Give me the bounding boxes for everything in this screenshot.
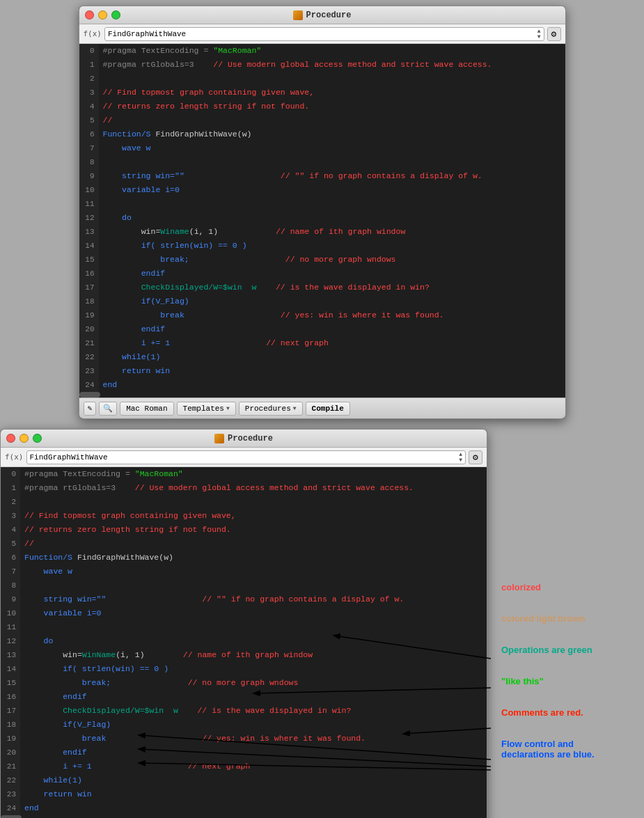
token: do [24, 636, 53, 645]
token: endif [24, 748, 87, 757]
bottom-window-wrapper: Procedure f(x) FindGraphWithWave ▲▼ ⚙ 0#… [0, 429, 644, 818]
search-icon: 🔍 [103, 404, 113, 413]
function-select[interactable]: FindGraphWithWave ▲▼ [104, 27, 544, 41]
token: #pragma TextEncoding = [103, 46, 214, 55]
token: // Find topmost graph containing given w… [103, 88, 315, 97]
token: string win="" [24, 595, 106, 604]
code-line: 16 endif [79, 267, 565, 281]
line-number: 8 [79, 155, 99, 169]
token: // is the wave displayed in win? [256, 283, 429, 292]
line-number: 15 [79, 253, 99, 267]
line-number: 10 [79, 183, 99, 197]
window-controls-top[interactable] [85, 10, 120, 19]
token: (i, 1) [116, 650, 144, 659]
line-number: 0 [1, 467, 20, 481]
close-button-b[interactable] [6, 434, 15, 443]
token: #pragma rtGlobals=3 [103, 60, 194, 69]
token: win= [24, 650, 82, 659]
minimize-button[interactable] [98, 10, 107, 19]
code-line: 3// Find topmost graph containing given … [79, 86, 565, 100]
code-line: 21 i += 1 // next graph [1, 760, 487, 773]
token: break [24, 734, 106, 743]
line-number: 7 [1, 565, 20, 579]
function-select-b[interactable]: FindGraphWithWave ▲▼ [26, 450, 466, 464]
token: if(V_Flag) [24, 720, 111, 729]
code-line: 2 [1, 495, 487, 509]
token: endif [24, 692, 87, 701]
code-line: 12 do [1, 634, 487, 648]
line-number: 16 [79, 267, 99, 281]
line-content: variable i=0 [99, 183, 180, 197]
token: // Use modern global access method and s… [194, 60, 492, 69]
code-line: 20 endif [1, 746, 487, 760]
code-line: 10 variable i=0 [79, 183, 565, 197]
token: while(1) [24, 776, 82, 785]
search-button[interactable]: 🔍 [99, 402, 117, 416]
line-number: 9 [1, 592, 20, 606]
token: Function/S [103, 129, 156, 139]
code-line: 23 return win [1, 787, 487, 801]
token: (i, 1) [189, 227, 218, 236]
line-content: string win="" // "" if no graph contains… [99, 169, 482, 183]
line-number: 21 [1, 760, 20, 773]
token: do [103, 213, 132, 222]
token: FindGraphWithWave(w) [155, 129, 251, 139]
token: "MacRoman" [135, 469, 183, 478]
ann-string: "like this" [501, 676, 637, 686]
token: break; [24, 678, 111, 687]
code-line: 6Function/S FindGraphWithWave(w) [1, 551, 487, 565]
line-number: 15 [1, 676, 20, 690]
procedure-icon [293, 10, 303, 20]
macRoman-button[interactable]: Mac Roman [120, 402, 173, 416]
ann-green: Operations are green [501, 645, 637, 655]
code-line: 15 break; // no more graph wndows [1, 676, 487, 690]
token [24, 706, 63, 715]
gear-button[interactable]: ⚙ [547, 27, 561, 41]
maximize-button[interactable] [111, 10, 120, 19]
scrollbar-h-thumb-top [79, 392, 100, 398]
line-content: // Find topmost graph containing given w… [99, 86, 315, 100]
scrollbar-h-top[interactable] [79, 392, 565, 398]
compile-button-top[interactable]: Compile [306, 402, 350, 416]
procedures-button-top[interactable]: Procedures ▼ [239, 402, 303, 416]
templates-button-top[interactable]: Templates ▼ [177, 402, 236, 416]
line-number: 13 [79, 225, 99, 239]
token: // next graph [92, 762, 251, 771]
token: return win [103, 366, 171, 375]
line-number: 0 [79, 44, 99, 58]
line-content: end [99, 378, 118, 392]
select-arrows: ▲▼ [537, 29, 541, 40]
minimize-button-b[interactable] [19, 434, 29, 443]
code-editor-bottom[interactable]: 0#pragma TextEncoding = "MacRoman"1#prag… [1, 467, 487, 818]
scrollbar-h-bottom[interactable] [1, 815, 487, 818]
close-button[interactable] [85, 10, 94, 19]
code-line: 4// returns zero length string if not fo… [1, 523, 487, 537]
line-number: 17 [1, 704, 20, 718]
token: // returns zero length string if not fou… [103, 102, 310, 111]
code-editor-top[interactable]: 0#pragma TextEncoding = "MacRoman"1#prag… [79, 44, 565, 398]
line-content: CheckDisplayed/W=$win w // is the wave d… [20, 704, 351, 718]
token: CheckDisplayed/W=$win w [63, 706, 178, 715]
line-content: // [20, 537, 34, 551]
maximize-button-b[interactable] [33, 434, 42, 443]
window-title-bottom: Procedure [214, 434, 273, 443]
line-content: endif [20, 690, 87, 704]
line-content: // Find topmost graph containing given w… [20, 509, 236, 523]
token: // no more graph wndows [189, 255, 396, 264]
token: // name of ith graph window [145, 650, 313, 659]
line-number: 19 [79, 308, 99, 322]
code-line: 3// Find topmost graph containing given … [1, 509, 487, 523]
pencil-button[interactable]: ✎ [84, 402, 97, 416]
code-line: 12 do [79, 211, 565, 225]
token: // Use modern global access method and s… [116, 483, 414, 492]
ann-red: Comments are red. [501, 707, 637, 718]
gear-button-b[interactable]: ⚙ [469, 450, 482, 464]
line-number: 2 [1, 495, 20, 509]
code-line: 22 while(1) [79, 350, 565, 364]
code-line: 9 string win="" // "" if no graph contai… [79, 169, 565, 183]
token: wave w [24, 567, 72, 576]
window-spacer [0, 419, 644, 429]
window-controls-bottom[interactable] [6, 434, 42, 443]
function-bar-bottom: f(x) FindGraphWithWave ▲▼ ⚙ [1, 448, 487, 467]
annotations-panel: colorized colored light brown Operations… [501, 582, 637, 760]
